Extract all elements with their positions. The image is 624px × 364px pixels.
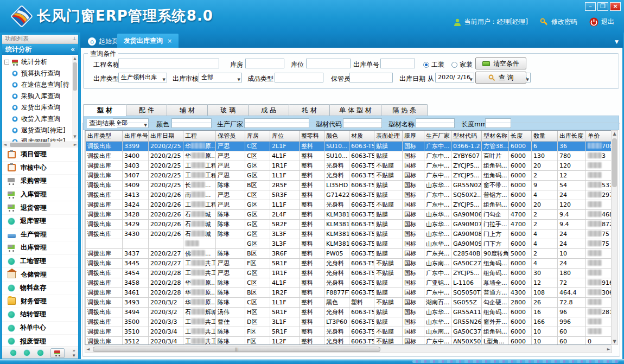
tree-item[interactable]: 发货出库查询 xyxy=(12,102,71,113)
tree-item[interactable]: 退货查询[待定] xyxy=(12,125,71,136)
table-row[interactable]: 调拨出库34612020/2/28华原...陈琳B区1R2F整料F8877FT6… xyxy=(86,288,613,298)
collapse-icon[interactable]: « xyxy=(71,44,75,55)
location-input[interactable] xyxy=(306,59,351,68)
out-type-select[interactable]: 生产领料出库 xyxy=(118,73,167,82)
table-row[interactable]: 调拨出库34942020/3/2石辉城汤伟H区5R1F整料光身料6063-T5贴… xyxy=(86,308,613,317)
table-row[interactable]: 调拨出库34372020/2/27佛...陈琳B区3R6F整料PW056063-… xyxy=(86,249,613,259)
table-hscrollbar[interactable]: ◄ ||| ► xyxy=(85,346,612,353)
sidebar-item-cart-green[interactable]: 入库管理 xyxy=(2,188,78,202)
circle-icon[interactable] xyxy=(37,349,44,356)
sidebar-group-header[interactable]: 统计分析 « xyxy=(2,44,78,55)
tree-hscrollbar[interactable]: ◄ ► xyxy=(2,142,78,148)
tree-root[interactable]: - 统计分析 xyxy=(4,58,47,67)
subtab[interactable]: 耗 材 xyxy=(289,104,330,116)
column-header[interactable]: 工程 xyxy=(183,131,216,142)
sidebar-item-warehouse[interactable]: 仓储管理 xyxy=(2,268,78,282)
column-header[interactable]: 出库单号 xyxy=(123,131,149,142)
column-header[interactable]: 出库类型 xyxy=(86,131,123,142)
scroll-down-icon[interactable]: ▼ xyxy=(72,134,78,139)
scroll-thumb[interactable] xyxy=(612,138,617,187)
tree-item[interactable]: 采购入库查询 xyxy=(12,91,71,102)
table-row[interactable]: 调拨出库34452020/2/27工共工程严思F区5R1F整料光身料6063-T… xyxy=(86,259,613,269)
sidebar-item-folder[interactable]: 财务管理 xyxy=(2,295,78,309)
table-row[interactable]: 调拨出库34302020/2/26石城陈琳G区3L3F整料KLM38176063… xyxy=(86,229,613,239)
scroll-left-icon[interactable]: ◄ xyxy=(3,142,7,148)
table-row[interactable]: 调拨出库34292020/2/26石城陈琳G区5R2F整料KLM38176063… xyxy=(86,220,613,229)
sidebar-item-cart[interactable]: 采购管理 xyxy=(2,175,78,188)
column-header[interactable]: 数量 xyxy=(532,131,558,142)
sidebar-item-circle[interactable]: 结转管理 xyxy=(2,308,78,322)
tree-item[interactable]: 退库管理[待定] xyxy=(12,136,71,142)
sidebar-item-clipboard[interactable]: 项目管理 xyxy=(2,148,78,162)
change-password-button[interactable]: 修改密码 xyxy=(540,17,577,27)
tree-item[interactable]: 在途信息查询[待 xyxy=(12,79,71,91)
table-row[interactable]: 调拨出库35002020/3/3工共工程曹佳D区3L1F整料LT3P606063… xyxy=(86,317,613,327)
column-header[interactable]: 整零料 xyxy=(300,131,324,142)
scroll-right-icon[interactable]: ► xyxy=(74,142,77,148)
search-button[interactable]: 查 询 xyxy=(475,72,526,84)
column-header[interactable]: 出库日期 xyxy=(149,131,183,142)
subtab[interactable]: 单 体 型 材 xyxy=(329,104,381,116)
table-row[interactable]: 调拨出库34282020/2/26石城陈琳G区2L4F整料KLM38176063… xyxy=(86,210,613,220)
column-header[interactable]: 长度 xyxy=(509,131,532,142)
tree-expander-icon[interactable]: - xyxy=(4,60,9,65)
sidebar-item-cart-green[interactable]: 出库管理 xyxy=(2,241,78,255)
radio-work-clothes[interactable]: 工装 xyxy=(423,60,444,69)
scroll-up-icon[interactable]: ▲ xyxy=(612,131,617,136)
column-header[interactable]: 生产厂家 xyxy=(424,131,451,142)
column-header[interactable]: 出库长度 xyxy=(558,131,586,142)
more-buttons-icon[interactable]: »▾ xyxy=(72,348,75,358)
column-header[interactable]: 颜色 xyxy=(324,131,349,142)
subtab[interactable]: 隔 热 条 xyxy=(381,104,428,116)
tree-item[interactable]: 收货入库查询 xyxy=(12,113,71,125)
table-row[interactable]: 调拨出库34542020/2/28工共工程严思G区1R1F整料光身料6063-T… xyxy=(86,269,613,278)
column-header[interactable]: 型材代码 xyxy=(451,131,482,142)
table-row[interactable]: 调拨出库34072020/2/25工工程严思G区1L1F整料光身料6063-T5… xyxy=(86,171,613,181)
sidebar-item-production[interactable]: 生产管理 xyxy=(2,228,78,242)
column-header[interactable]: 库位 xyxy=(270,131,300,142)
table-row[interactable]: 调拨出库34932020/3/2华原...陈琳C区1L1F整料黑色塑料不贴膜国标… xyxy=(86,298,613,308)
table-row[interactable]: 调拨出库33992020/2/25华原...严思C区2L1F整料SU10...6… xyxy=(86,142,613,151)
product-type-input[interactable] xyxy=(275,73,323,82)
tree-vscrollbar[interactable]: ▲ ▼ xyxy=(72,56,78,139)
table-row[interactable]: 调拨出库34132020/2/26南...严思C区5R3F整料G71422606… xyxy=(86,190,613,200)
order-no-input[interactable] xyxy=(380,59,415,68)
column-header[interactable]: 型材名称 xyxy=(482,131,509,142)
logout-button[interactable]: 退出 xyxy=(589,17,614,27)
radio-home-decor[interactable]: 家装 xyxy=(451,60,473,69)
column-header[interactable]: 库房 xyxy=(245,131,270,142)
circle-icon[interactable] xyxy=(23,349,30,356)
pin-icon[interactable]: ┴ xyxy=(73,36,76,44)
table-row[interactable]: 调拨出库34242020/2/26工工程严思G区1L1F整料光身料6063-T5… xyxy=(86,200,613,210)
scroll-left-icon[interactable]: ◄ xyxy=(86,347,90,352)
warehouse-input[interactable] xyxy=(245,59,284,68)
minimize-button[interactable]: – xyxy=(585,2,596,11)
table-row[interactable]: 调拨出库34582020/2/28华原...陈琳C区4L1F整料光身料6063-… xyxy=(86,278,613,288)
sidebar-item-circle[interactable]: 补单中心 xyxy=(2,322,78,335)
tree-item[interactable]: 预算执行查询 xyxy=(12,68,71,79)
table-row[interactable]: 调拨出库35122020/3/4工共工程陈琳F区1L2F整料光身料6063-T5… xyxy=(86,337,613,346)
sidebar-item-circle[interactable]: 物料盘存 xyxy=(2,282,78,295)
table-row[interactable]: 调拨出库35102020/3/4工共工程陈琳F区5R1F整料光身料6063-T5… xyxy=(86,327,613,337)
clear-conditions-button[interactable]: 清空条件 xyxy=(475,58,526,69)
table-row[interactable]: 调拨出库34002020/2/25华原...严思C区4L1F整料SU10...6… xyxy=(86,151,613,161)
sidebar-item-circle[interactable]: 退库管理 xyxy=(2,215,78,228)
column-header[interactable]: 单价 xyxy=(586,131,613,142)
column-header[interactable]: 材质 xyxy=(349,131,374,142)
keeper-input[interactable] xyxy=(349,73,393,82)
scroll-thumb[interactable] xyxy=(10,143,50,147)
tab-close-icon[interactable]: × xyxy=(167,37,172,44)
table-row[interactable]: 调拨出库34032020/2/25工工程严思G区1R1F整料光身料6063-T5… xyxy=(86,161,613,171)
date-from-select[interactable]: 2020/ 2/16 xyxy=(435,73,474,82)
scroll-down-icon[interactable]: ▼ xyxy=(612,339,617,344)
subtab[interactable]: 型 材 xyxy=(83,104,126,116)
scroll-thumb[interactable] xyxy=(73,62,77,91)
audit-select[interactable]: 全部 xyxy=(199,73,242,82)
sidebar-item-circle[interactable]: 工地管理 xyxy=(2,255,78,269)
table-row[interactable]: 调拨出库34092020/2/25长...陈琳B区2R5F整料LI35HD606… xyxy=(86,181,613,190)
column-header[interactable]: 膜厚 xyxy=(403,131,424,142)
subtab[interactable]: 玻 璃 xyxy=(207,104,249,116)
column-header[interactable]: 表面处理 xyxy=(374,131,403,142)
subtab[interactable]: 辅 材 xyxy=(167,104,208,116)
subtab[interactable]: 成 品 xyxy=(248,104,289,116)
